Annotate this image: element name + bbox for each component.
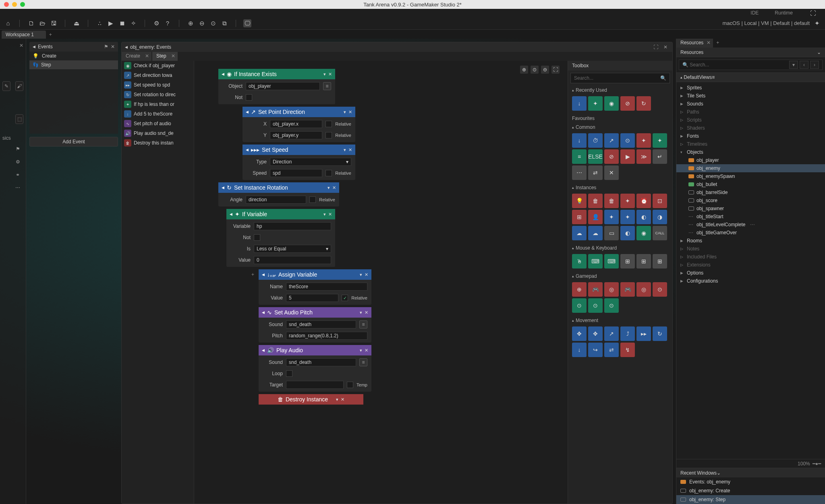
value-input[interactable]: 5 <box>286 294 338 302</box>
browse-icon[interactable]: ≡ <box>359 320 367 328</box>
resources-search-input[interactable]: 🔍 Search... ▾ ‹ › <box>679 60 823 70</box>
not-checkbox[interactable] <box>246 94 252 101</box>
tool-tile[interactable]: ↻ <box>636 96 651 111</box>
temp-checkbox[interactable] <box>347 382 353 388</box>
tool-tile[interactable]: ↓ <box>572 343 587 357</box>
tool-tile[interactable]: ✦ <box>653 133 667 148</box>
layout-icon[interactable]: ⧉ <box>220 19 228 27</box>
zoom-in-icon[interactable]: ⊕ <box>520 66 528 74</box>
tool-tile[interactable]: ⊞ <box>572 210 587 224</box>
tool-tile[interactable]: ✕ <box>604 165 619 180</box>
tool-tile[interactable]: CALL <box>653 226 667 240</box>
variable-input[interactable]: hp <box>254 222 331 230</box>
tool-tile[interactable]: ⌨ <box>604 254 619 269</box>
action-row[interactable]: ✦If hp is less than or <box>122 99 194 109</box>
tool-tile[interactable]: ☁ <box>588 226 603 240</box>
recent-item[interactable]: obj_enemy: Create <box>676 486 825 495</box>
x-input[interactable]: obj_player.x <box>270 120 322 128</box>
settings-icon[interactable]: ⚙ <box>152 19 160 27</box>
object-input[interactable]: obj_player <box>246 82 320 90</box>
tool-tile[interactable]: ↗ <box>604 326 619 341</box>
tool-tile[interactable]: ↻ <box>653 326 667 341</box>
save-icon[interactable]: 🖫 <box>50 19 58 27</box>
section-movement[interactable]: Movement <box>576 318 598 323</box>
not-checkbox[interactable] <box>254 234 260 241</box>
tool-tile[interactable]: ⊘ <box>604 149 619 164</box>
folder-sounds[interactable]: ▶Sounds <box>676 100 825 108</box>
section-instances[interactable]: Instances <box>576 185 596 190</box>
more-icon[interactable]: ⋯ <box>12 183 23 192</box>
tool-tile[interactable]: ▸▸ <box>636 326 651 341</box>
folder-included[interactable]: ▷Included Files <box>676 253 825 261</box>
tool-tile[interactable]: ◑ <box>653 210 667 224</box>
tool-tile[interactable]: ✦ <box>620 210 635 224</box>
tool-tile[interactable]: ⊕ <box>572 282 587 297</box>
zoom-out-icon[interactable]: ⊖ <box>541 66 549 74</box>
folder-sprites[interactable]: ▶Sprites <box>676 84 825 92</box>
relative-checkbox[interactable] <box>325 132 332 138</box>
tool-tile[interactable]: ↗ <box>604 133 619 148</box>
tool-tile[interactable]: 🖱 <box>572 254 587 269</box>
speed-input[interactable]: spd <box>270 169 322 177</box>
chevron-down-icon[interactable]: ⌄ <box>817 50 821 55</box>
comparison-dropdown[interactable]: Less or Equal <box>254 245 331 253</box>
object-item[interactable]: obj_player <box>676 156 825 164</box>
tool-tile[interactable]: ✥ <box>588 326 603 341</box>
new-file-icon[interactable]: 🗋 <box>27 19 35 27</box>
tool-tile[interactable]: ⊞ <box>620 254 635 269</box>
section-recently-used[interactable]: Recently Used <box>576 87 607 93</box>
flag-icon[interactable]: ⚑ <box>104 44 108 50</box>
y-input[interactable]: obj_player.y <box>270 131 322 139</box>
gears-icon[interactable]: ⚙ <box>12 157 23 167</box>
zoom-reset-icon[interactable]: ⊙ <box>531 66 539 74</box>
action-row[interactable]: ▸▸Set speed to spd <box>122 80 194 90</box>
relative-checkbox[interactable] <box>325 121 332 127</box>
tool-tile[interactable]: ⊙ <box>653 282 667 297</box>
dropdown-icon[interactable]: ▾ <box>789 61 798 69</box>
toolbox-search-input[interactable]: Search...🔍 <box>570 73 670 83</box>
relative-checkbox[interactable] <box>342 295 348 301</box>
home-icon[interactable]: ⌂ <box>4 19 12 27</box>
node-set-point-direction[interactable]: ◀↗Set Point Direction▾✕ Xobj_player.xRel… <box>243 107 355 142</box>
tool-tile[interactable]: 🗑 <box>588 194 603 208</box>
workspace-tab[interactable]: Workspace 1 <box>2 31 46 39</box>
tool-tile[interactable]: ⊙ <box>620 133 635 148</box>
edit-tool-icon[interactable]: ✎ <box>2 81 10 91</box>
tool-tile[interactable]: ✥ <box>572 326 587 341</box>
action-row[interactable]: ↓Add 5 to theScore <box>122 109 194 119</box>
default-group[interactable]: Default <box>684 74 699 80</box>
tool-tile[interactable]: ↓ <box>572 133 587 148</box>
package-icon[interactable]: ⏏ <box>73 19 81 27</box>
sound-input[interactable]: snd_death <box>286 358 356 366</box>
recent-item[interactable]: obj_enemy: Step <box>676 495 825 504</box>
folder-scripts[interactable]: ▷Scripts <box>676 116 825 124</box>
notifications-icon[interactable]: ⛶ <box>809 9 817 17</box>
zoom-slider[interactable]: ━●━ <box>813 461 821 467</box>
tool-tile[interactable]: ◐ <box>636 210 651 224</box>
tool-tile[interactable]: ⏰ <box>636 194 651 208</box>
selection-tool-icon[interactable]: ⬚ <box>15 114 23 124</box>
value-input[interactable]: 0 <box>254 256 331 264</box>
object-item[interactable]: ⋯obj_titleGameOver <box>676 229 825 237</box>
node-if-instance-exists[interactable]: ◀◉If Instance Exists▾✕ Objectobj_player≡… <box>218 69 335 104</box>
help-icon[interactable]: ? <box>164 19 172 27</box>
tool-tile[interactable]: ◉ <box>604 96 619 111</box>
close-icon[interactable]: ✕ <box>171 53 175 59</box>
tool-tile[interactable]: ⋯ <box>572 165 587 180</box>
tool-tile[interactable]: ↓ <box>572 96 587 111</box>
section-gamepad[interactable]: Gamepad <box>576 273 597 279</box>
tool-tile[interactable]: ELSE <box>588 149 603 164</box>
node-set-rotation[interactable]: ◀↻Set Instance Rotation▾✕ Angledirection… <box>218 182 339 207</box>
tool-tile[interactable]: ✦ <box>636 133 651 148</box>
add-tab-button[interactable]: + <box>713 39 722 48</box>
zoom-out-icon[interactable]: ⊖ <box>198 19 206 27</box>
brush-tool-icon[interactable]: 🖌 <box>15 81 23 91</box>
add-event-button[interactable]: Add Event <box>29 137 118 147</box>
tool-tile[interactable]: ✦ <box>588 96 603 111</box>
zoom-window-button[interactable] <box>20 2 25 7</box>
node-play-audio[interactable]: ◀🔊Play Audio▾✕ Soundsnd_death≡ Loop Targ… <box>259 345 371 392</box>
action-row[interactable]: ↗Set direction towa <box>122 70 194 80</box>
chevron-down-icon[interactable]: ⌄ <box>717 470 721 476</box>
tool-tile[interactable]: 👤 <box>588 210 603 224</box>
menu-icon[interactable]: ≡ <box>712 74 715 80</box>
